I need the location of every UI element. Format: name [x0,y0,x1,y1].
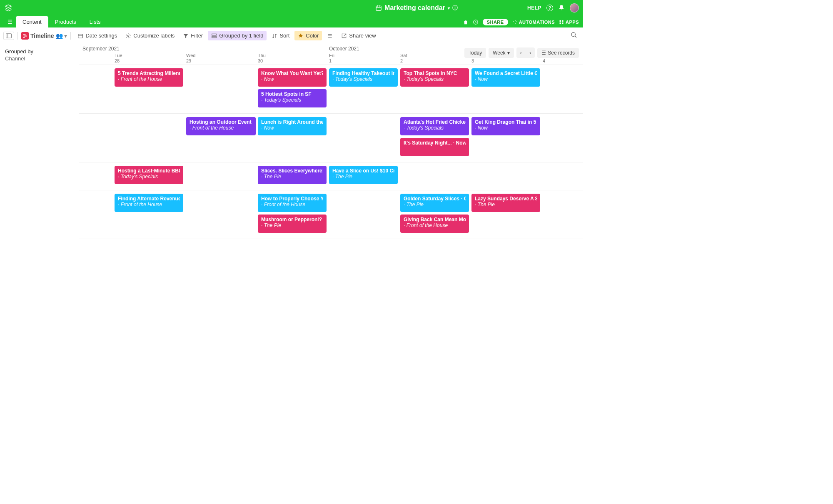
customize-labels-button[interactable]: Customize labels [122,31,178,40]
svg-rect-0 [376,6,381,10]
day-header: Fri1 [329,53,334,64]
svg-point-11 [128,35,130,37]
next-button[interactable]: › [526,47,535,58]
timeline-card[interactable]: Top Thai Spots in NYC· Today's Specials [400,68,469,87]
logo-icon [4,4,12,12]
timeline-card[interactable]: Hosting a Last-Minute BBQ· Today's Speci… [115,166,183,184]
sidebar-field: Channel [5,55,74,62]
automations-button[interactable]: AUTOMATIONS [512,20,555,25]
sidebar-header: Grouped by [5,48,74,55]
timeline-card[interactable]: Lunch is Right Around the Corn· Now [258,117,327,135]
timeline-card[interactable]: Get King Dragon Thai in 5 Minu· Now [471,117,540,135]
timeline-card[interactable]: Golden Saturday Slices - Only· The Pie [400,194,469,212]
trash-icon[interactable] [463,19,469,25]
svg-point-14 [571,32,575,36]
view-name[interactable]: Timeline [30,32,54,39]
svg-rect-8 [25,35,27,36]
nav-arrows: ‹› [516,47,535,58]
filter-button[interactable]: Filter [180,31,206,40]
see-records-button[interactable]: ☰ See records [537,48,579,58]
tab-content[interactable]: Content [16,16,48,27]
timeline-card[interactable]: Slices. Slices Everywhere!· The Pie [258,166,327,184]
svg-rect-6 [6,33,12,38]
svg-rect-12 [212,34,217,35]
group-twitter: ▾TwitterHosting a Last-Minute BBQ· Today… [79,162,583,190]
svg-rect-7 [23,34,26,35]
sidebar: Grouped by Channel [0,44,79,353]
timeline-card[interactable]: Giving Back Can Mean More Pr· Front of t… [400,215,469,233]
help-icon[interactable]: ? [546,5,553,11]
group-facebook: ▾Facebook5 Trends Attracting Millennials… [79,65,583,114]
day-header: Wed29 [186,53,195,64]
day-header: Sat2 [400,53,407,64]
row-height-button[interactable] [324,31,336,40]
day-header: Tue28 [115,53,122,64]
today-button[interactable]: Today [464,48,486,58]
people-icon[interactable]: 👥 ▾ [56,32,67,39]
group-instagram: ▾InstagramHosting an Outdoor Event· Fron… [79,114,583,162]
day-header: Thu30 [258,53,266,64]
timeline-card[interactable]: Mushroom or Pepperoni?· The Pie [258,215,327,233]
timeline-card[interactable]: Know What You Want Yet?· Now [258,68,327,87]
tab-products[interactable]: Products [48,16,83,27]
svg-rect-13 [212,36,217,38]
timeline-card[interactable]: Lazy Sundays Deserve A Slice· The Pie [471,194,540,212]
svg-rect-2 [560,20,561,22]
app-title[interactable]: Marketing calendar [384,4,445,12]
timeline-card[interactable]: Atlanta's Hot Fried Chicken Ce· Today's … [400,117,469,135]
help-link[interactable]: HELP [527,5,541,11]
chevron-down-icon[interactable]: ▾ [448,6,450,10]
timeline-card[interactable]: We Found a Secret Little Gem· Now [471,68,540,87]
calendar-icon [375,5,382,11]
month-label: October 2021 [329,46,359,52]
svg-rect-5 [562,22,564,24]
color-button[interactable]: Color [294,31,322,40]
svg-rect-10 [78,34,83,37]
share-button[interactable]: SHARE [483,19,508,25]
timeline-card[interactable]: Finding Healthy Takeout in Sea· Today's … [329,68,398,87]
timeline-card[interactable]: 5 Trends Attracting Millennials· Front o… [115,68,183,87]
apps-button[interactable]: APPS [559,20,579,25]
prev-button[interactable]: ‹ [516,47,526,58]
timeline-header: September 2021October 2021 Tue28Wed29Thu… [79,44,583,65]
avatar[interactable] [570,3,579,12]
timeline-card[interactable]: How to Properly Choose Your B· Front of … [258,194,327,212]
date-settings-button[interactable]: Date settings [74,31,120,40]
timeline-card[interactable]: Finding Alternate Revenue Stre· Front of… [115,194,183,212]
toolbar: Timeline 👥 ▾ Date settings Customize lab… [0,27,583,44]
timeline-card[interactable]: 5 Hottest Spots in SF· Today's Specials [258,89,327,107]
timeline-card[interactable]: It's Saturday Night... · Now [400,138,469,156]
tabbar: ☰ ContentProductsLists SHARE AUTOMATIONS… [0,16,583,27]
share-view-button[interactable]: Share view [338,31,379,40]
search-icon[interactable] [568,32,580,40]
hamburger-icon[interactable]: ☰ [4,19,16,27]
tab-lists[interactable]: Lists [83,16,107,27]
sort-button[interactable]: Sort [268,31,293,40]
timeline[interactable]: September 2021October 2021 Tue28Wed29Thu… [79,44,583,353]
svg-rect-4 [560,22,561,24]
svg-rect-9 [23,37,25,37]
group-email: ▾EmailFinding Alternate Revenue Stre· Fr… [79,190,583,239]
month-label: September 2021 [82,46,120,52]
timeline-card[interactable]: Have a Slice on Us! $10 Credit· The Pie [329,166,398,184]
toggle-panel-button[interactable] [3,32,14,40]
group-button[interactable]: Grouped by 1 field [208,31,267,40]
topbar: Marketing calendar ▾ ⓘ HELP ? [0,0,583,16]
week-dropdown[interactable]: Week ▾ [489,48,514,58]
timeline-icon [21,32,29,40]
history-icon[interactable] [473,19,479,25]
info-icon[interactable]: ⓘ [452,4,458,12]
svg-rect-3 [562,20,564,22]
bell-icon[interactable] [558,5,565,11]
timeline-card[interactable]: Hosting an Outdoor Event· Front of the H… [186,117,256,135]
